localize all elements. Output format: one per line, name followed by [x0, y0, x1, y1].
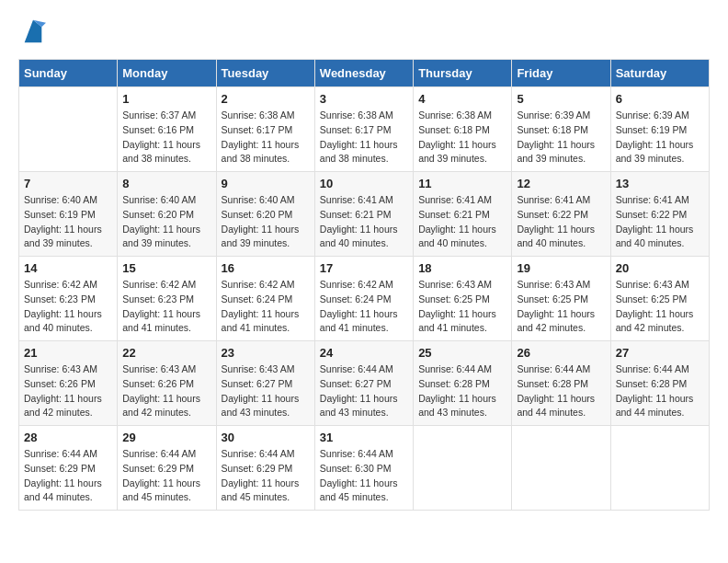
calendar-cell [610, 426, 709, 511]
calendar-cell: 29Sunrise: 6:44 AM Sunset: 6:29 PM Dayli… [118, 426, 216, 511]
day-number: 29 [122, 431, 210, 444]
day-info: Sunrise: 6:40 AM Sunset: 6:20 PM Dayligh… [122, 193, 210, 251]
calendar-week-row: 28Sunrise: 6:44 AM Sunset: 6:29 PM Dayli… [19, 426, 710, 511]
calendar-cell: 14Sunrise: 6:42 AM Sunset: 6:23 PM Dayli… [19, 257, 118, 341]
day-info: Sunrise: 6:38 AM Sunset: 6:17 PM Dayligh… [320, 109, 408, 167]
day-info: Sunrise: 6:44 AM Sunset: 6:30 PM Dayligh… [320, 447, 408, 505]
calendar-cell: 19Sunrise: 6:43 AM Sunset: 6:25 PM Dayli… [512, 257, 610, 341]
day-number: 4 [418, 92, 506, 106]
weekday-header-sunday: Sunday [19, 60, 118, 87]
calendar-cell: 11Sunrise: 6:41 AM Sunset: 6:21 PM Dayli… [414, 172, 512, 257]
calendar-cell: 4Sunrise: 6:38 AM Sunset: 6:18 PM Daylig… [414, 87, 512, 172]
day-number: 12 [517, 177, 605, 190]
day-number: 25 [418, 346, 506, 360]
day-number: 26 [517, 346, 605, 360]
day-info: Sunrise: 6:43 AM Sunset: 6:26 PM Dayligh… [24, 362, 112, 420]
day-info: Sunrise: 6:43 AM Sunset: 6:27 PM Dayligh… [222, 362, 310, 420]
calendar-cell: 7Sunrise: 6:40 AM Sunset: 6:19 PM Daylig… [19, 172, 118, 257]
calendar-cell: 12Sunrise: 6:41 AM Sunset: 6:22 PM Dayli… [512, 172, 610, 257]
calendar-cell: 10Sunrise: 6:41 AM Sunset: 6:21 PM Dayli… [314, 172, 413, 257]
day-info: Sunrise: 6:37 AM Sunset: 6:16 PM Dayligh… [122, 109, 210, 167]
day-info: Sunrise: 6:40 AM Sunset: 6:20 PM Dayligh… [222, 193, 310, 251]
day-number: 5 [517, 92, 605, 106]
day-info: Sunrise: 6:38 AM Sunset: 6:18 PM Dayligh… [418, 109, 506, 167]
calendar-cell: 5Sunrise: 6:39 AM Sunset: 6:18 PM Daylig… [512, 87, 610, 172]
calendar-cell: 21Sunrise: 6:43 AM Sunset: 6:26 PM Dayli… [19, 341, 118, 426]
day-number: 2 [222, 92, 310, 106]
day-info: Sunrise: 6:44 AM Sunset: 6:28 PM Dayligh… [418, 362, 506, 420]
day-info: Sunrise: 6:44 AM Sunset: 6:29 PM Dayligh… [222, 447, 310, 505]
day-number: 24 [320, 346, 408, 360]
weekday-header-row: SundayMondayTuesdayWednesdayThursdayFrid… [19, 60, 710, 87]
calendar-cell: 28Sunrise: 6:44 AM Sunset: 6:29 PM Dayli… [19, 426, 118, 511]
calendar-cell: 22Sunrise: 6:43 AM Sunset: 6:26 PM Dayli… [118, 341, 216, 426]
day-info: Sunrise: 6:39 AM Sunset: 6:18 PM Dayligh… [517, 109, 605, 167]
day-info: Sunrise: 6:41 AM Sunset: 6:22 PM Dayligh… [616, 193, 704, 251]
weekday-header-saturday: Saturday [610, 60, 709, 87]
day-info: Sunrise: 6:44 AM Sunset: 6:28 PM Dayligh… [616, 362, 704, 420]
weekday-header-tuesday: Tuesday [216, 60, 314, 87]
calendar-cell [19, 87, 118, 172]
calendar-cell: 24Sunrise: 6:44 AM Sunset: 6:27 PM Dayli… [314, 341, 413, 426]
day-info: Sunrise: 6:43 AM Sunset: 6:26 PM Dayligh… [122, 362, 210, 420]
day-info: Sunrise: 6:41 AM Sunset: 6:22 PM Dayligh… [517, 193, 605, 251]
calendar-cell [414, 426, 512, 511]
calendar-week-row: 21Sunrise: 6:43 AM Sunset: 6:26 PM Dayli… [19, 341, 710, 426]
day-info: Sunrise: 6:38 AM Sunset: 6:17 PM Dayligh… [222, 109, 310, 167]
calendar-cell: 1Sunrise: 6:37 AM Sunset: 6:16 PM Daylig… [118, 87, 216, 172]
day-info: Sunrise: 6:43 AM Sunset: 6:25 PM Dayligh… [418, 278, 506, 336]
day-number: 3 [320, 92, 408, 106]
day-number: 15 [122, 261, 210, 275]
day-info: Sunrise: 6:42 AM Sunset: 6:23 PM Dayligh… [24, 278, 112, 336]
day-number: 14 [24, 261, 112, 275]
day-number: 6 [616, 92, 704, 106]
calendar-cell: 31Sunrise: 6:44 AM Sunset: 6:30 PM Dayli… [314, 426, 413, 511]
calendar-week-row: 14Sunrise: 6:42 AM Sunset: 6:23 PM Dayli… [19, 257, 710, 341]
calendar-cell: 9Sunrise: 6:40 AM Sunset: 6:20 PM Daylig… [216, 172, 314, 257]
day-number: 20 [616, 261, 704, 275]
day-number: 13 [616, 177, 704, 190]
calendar-cell: 25Sunrise: 6:44 AM Sunset: 6:28 PM Dayli… [414, 341, 512, 426]
day-number: 28 [24, 431, 112, 444]
day-number: 18 [418, 261, 506, 275]
day-info: Sunrise: 6:43 AM Sunset: 6:25 PM Dayligh… [517, 278, 605, 336]
day-info: Sunrise: 6:39 AM Sunset: 6:19 PM Dayligh… [616, 109, 704, 167]
weekday-header-thursday: Thursday [414, 60, 512, 87]
calendar-cell: 30Sunrise: 6:44 AM Sunset: 6:29 PM Dayli… [216, 426, 314, 511]
calendar-cell: 16Sunrise: 6:42 AM Sunset: 6:24 PM Dayli… [216, 257, 314, 341]
calendar-cell [512, 426, 610, 511]
day-info: Sunrise: 6:42 AM Sunset: 6:24 PM Dayligh… [320, 278, 408, 336]
day-info: Sunrise: 6:43 AM Sunset: 6:25 PM Dayligh… [616, 278, 704, 336]
day-number: 11 [418, 177, 506, 190]
weekday-header-friday: Friday [512, 60, 610, 87]
calendar-cell: 8Sunrise: 6:40 AM Sunset: 6:20 PM Daylig… [118, 172, 216, 257]
calendar-cell: 2Sunrise: 6:38 AM Sunset: 6:17 PM Daylig… [216, 87, 314, 172]
day-number: 8 [122, 177, 210, 190]
calendar-cell: 23Sunrise: 6:43 AM Sunset: 6:27 PM Dayli… [216, 341, 314, 426]
day-number: 31 [320, 431, 408, 444]
calendar-cell: 26Sunrise: 6:44 AM Sunset: 6:28 PM Dayli… [512, 341, 610, 426]
day-number: 22 [122, 346, 210, 360]
day-number: 30 [222, 431, 310, 444]
calendar-week-row: 1Sunrise: 6:37 AM Sunset: 6:16 PM Daylig… [19, 87, 710, 172]
day-info: Sunrise: 6:44 AM Sunset: 6:28 PM Dayligh… [517, 362, 605, 420]
logo-icon [20, 18, 46, 44]
day-number: 16 [222, 261, 310, 275]
calendar-cell: 27Sunrise: 6:44 AM Sunset: 6:28 PM Dayli… [610, 341, 709, 426]
day-info: Sunrise: 6:40 AM Sunset: 6:19 PM Dayligh… [24, 193, 112, 251]
day-number: 7 [24, 177, 112, 190]
day-info: Sunrise: 6:41 AM Sunset: 6:21 PM Dayligh… [418, 193, 506, 251]
day-info: Sunrise: 6:44 AM Sunset: 6:29 PM Dayligh… [122, 447, 210, 505]
day-number: 19 [517, 261, 605, 275]
page-header [18, 18, 710, 44]
day-number: 23 [222, 346, 310, 360]
calendar-cell: 20Sunrise: 6:43 AM Sunset: 6:25 PM Dayli… [610, 257, 709, 341]
calendar-cell: 17Sunrise: 6:42 AM Sunset: 6:24 PM Dayli… [314, 257, 413, 341]
calendar-week-row: 7Sunrise: 6:40 AM Sunset: 6:19 PM Daylig… [19, 172, 710, 257]
day-number: 1 [122, 92, 210, 106]
weekday-header-wednesday: Wednesday [314, 60, 413, 87]
day-info: Sunrise: 6:44 AM Sunset: 6:29 PM Dayligh… [24, 447, 112, 505]
day-info: Sunrise: 6:41 AM Sunset: 6:21 PM Dayligh… [320, 193, 408, 251]
day-number: 10 [320, 177, 408, 190]
day-number: 27 [616, 346, 704, 360]
